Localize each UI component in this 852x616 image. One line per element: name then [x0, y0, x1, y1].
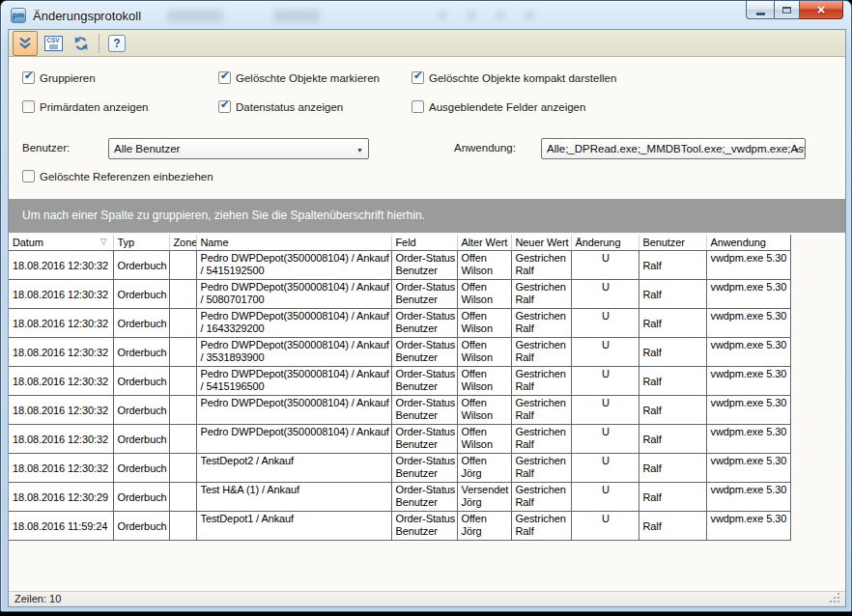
table-row[interactable]: 18.08.2016 12:30:32OrderbuchPedro DWPDep…: [9, 367, 790, 396]
checkbox-label: Gelöschte Objekte kompakt darstellen: [429, 72, 616, 84]
redacted-blur: [439, 11, 446, 19]
checkbox-prim-rdaten-anzeigen[interactable]: Primärdaten anzeigen: [22, 100, 149, 113]
checkbox-ausgeblendete-felder-anzeigen[interactable]: Ausgeblendete Felder anzeigen: [412, 100, 585, 113]
cell-datum: 18.08.2016 11:59:24: [9, 512, 113, 541]
cell-neuer-wert: GestrichenRalf: [511, 338, 571, 367]
column-header-nderung[interactable]: Änderung: [571, 235, 639, 251]
cell-feld: Order-StatusBenutzer: [391, 483, 457, 512]
cell-alter-wert: OffenWilson: [457, 338, 511, 367]
cell-datum: 18.08.2016 12:30:32: [9, 309, 113, 338]
cell-neuer-wert: GestrichenRalf: [511, 483, 571, 512]
double-chevron-down-icon: [18, 37, 32, 49]
cell-alter-wert: OffenWilson: [457, 425, 511, 454]
row-count-label: Zeilen: 10: [14, 593, 61, 604]
changes-table: Datum▽TypZoneNameFeldAlter WertNeuer Wer…: [9, 235, 791, 541]
anwendung-dropdown-value: Alle;_DPRead.exe;_MMDBTool.exe;_vwdpm.ex…: [542, 143, 805, 154]
checkbox-gel-schte-objekte-markieren[interactable]: Gelöschte Objekte markieren: [218, 71, 380, 84]
cell-datum: 18.08.2016 12:30:32: [9, 251, 113, 280]
csv-export-button[interactable]: CSV: [41, 31, 66, 56]
cell-anwendung: vwdpm.exe 5.30: [706, 454, 790, 483]
cell-aenderung: U: [571, 454, 639, 483]
column-header-feld[interactable]: Feld: [391, 235, 457, 251]
table-row[interactable]: 18.08.2016 12:30:29OrderbuchTest H&A (1)…: [9, 483, 790, 512]
cell-aenderung: U: [571, 251, 639, 280]
checkbox-gel-schte-objekte-kompakt-darstellen[interactable]: Gelöschte Objekte kompakt darstellen: [412, 71, 616, 84]
column-header-anwendung[interactable]: Anwendung: [706, 235, 790, 251]
cell-anwendung: vwdpm.exe 5.30: [706, 251, 790, 280]
group-by-bar[interactable]: Um nach einer Spalte zu gruppieren, zieh…: [9, 199, 845, 233]
cell-zone: [169, 251, 196, 280]
app-icon: pm: [11, 8, 26, 23]
checkbox-datenstatus-anzeigen[interactable]: Datenstatus anzeigen: [218, 100, 343, 113]
cell-anwendung: vwdpm.exe 5.30: [706, 483, 790, 512]
cell-name: Pedro DWPDepot(3500008104) / Ankauf/ 164…: [196, 309, 391, 338]
cell-zone: [169, 483, 196, 512]
cell-neuer-wert: GestrichenRalf: [511, 425, 571, 454]
cell-neuer-wert: GestrichenRalf: [511, 454, 571, 483]
expand-options-button[interactable]: [13, 31, 38, 56]
cell-aenderung: U: [571, 512, 639, 541]
cell-name: TestDepot1 / Ankauf: [196, 512, 391, 541]
cell-feld: Order-StatusBenutzer: [391, 425, 457, 454]
table-row[interactable]: 18.08.2016 12:30:32OrderbuchPedro DWPDep…: [9, 251, 790, 280]
cell-feld: Order-StatusBenutzer: [391, 280, 457, 309]
table-row[interactable]: 18.08.2016 12:30:32OrderbuchPedro DWPDep…: [9, 309, 790, 338]
column-header-neuer-wert[interactable]: Neuer Wert: [511, 235, 571, 251]
cell-feld: Order-StatusBenutzer: [391, 454, 457, 483]
cell-zone: [169, 454, 196, 483]
anwendung-dropdown[interactable]: Alle;_DPRead.exe;_MMDBTool.exe;_vwdpm.ex…: [541, 138, 806, 159]
table-row[interactable]: 18.08.2016 12:30:32OrderbuchPedro DWPDep…: [9, 396, 790, 425]
help-button[interactable]: ?: [104, 31, 129, 56]
cell-anwendung: vwdpm.exe 5.30: [706, 425, 790, 454]
window-title: Änderungsprotokoll: [33, 9, 141, 23]
redacted-blur: [273, 10, 320, 22]
close-button[interactable]: ×: [800, 1, 843, 19]
cell-typ: Orderbuch: [113, 454, 169, 483]
sort-descending-icon: ▽: [100, 237, 107, 246]
cell-name: Pedro DWPDepot(3500008104) / Ankauf: [196, 425, 391, 454]
minimize-button[interactable]: [746, 1, 774, 19]
checkbox-label: Gelöschte Referenzen einbeziehen: [40, 171, 213, 182]
maximize-icon: [782, 7, 791, 14]
refresh-button[interactable]: [69, 31, 94, 56]
cell-zone: [169, 338, 196, 367]
table-row[interactable]: 18.08.2016 12:30:32OrderbuchTestDepot2 /…: [9, 454, 790, 483]
table-header-row: Datum▽TypZoneNameFeldAlter WertNeuer Wer…: [9, 235, 790, 251]
checkbox-gruppieren[interactable]: Gruppieren: [22, 71, 96, 84]
column-header-benutzer[interactable]: Benutzer: [639, 235, 706, 251]
window: pm Änderungsprotokoll × CSV: [0, 0, 852, 612]
column-header-name[interactable]: Name: [196, 235, 391, 251]
cell-benutzer: Ralf: [639, 512, 706, 541]
resize-grip-icon[interactable]: [830, 601, 832, 602]
table-row[interactable]: 18.08.2016 12:30:32OrderbuchPedro DWPDep…: [9, 280, 790, 309]
cell-benutzer: Ralf: [639, 483, 706, 512]
table-row[interactable]: 18.08.2016 11:59:24OrderbuchTestDepot1 /…: [9, 512, 790, 541]
cell-feld: Order-StatusBenutzer: [391, 338, 457, 367]
column-header-datum[interactable]: Datum▽: [9, 235, 113, 251]
cell-feld: Order-StatusBenutzer: [391, 512, 457, 541]
checkbox-label: Gruppieren: [40, 72, 96, 84]
checkbox-checked-icon: [412, 71, 424, 84]
column-header-alter-wert[interactable]: Alter Wert: [457, 235, 511, 251]
cell-benutzer: Ralf: [639, 425, 706, 454]
cell-alter-wert: VersendetJörg: [457, 483, 511, 512]
redacted-blur: [167, 10, 223, 22]
checkbox-gel-schte-referenzen-einbeziehen[interactable]: Gelöschte Referenzen einbeziehen: [22, 170, 213, 182]
cell-feld: Order-StatusBenutzer: [391, 396, 457, 425]
table-row[interactable]: 18.08.2016 12:30:32OrderbuchPedro DWPDep…: [9, 338, 790, 367]
maximize-button[interactable]: [774, 1, 800, 19]
toolbar: CSV ?: [9, 30, 845, 57]
titlebar[interactable]: pm Änderungsprotokoll ×: [1, 1, 851, 30]
column-header-zone[interactable]: Zone: [169, 235, 196, 251]
cell-typ: Orderbuch: [113, 280, 169, 309]
cell-feld: Order-StatusBenutzer: [391, 309, 457, 338]
column-header-typ[interactable]: Typ: [113, 235, 169, 251]
table-row[interactable]: 18.08.2016 12:30:32OrderbuchPedro DWPDep…: [9, 425, 790, 454]
cell-benutzer: Ralf: [639, 338, 706, 367]
cell-zone: [169, 309, 196, 338]
cell-benutzer: Ralf: [639, 396, 706, 425]
cell-typ: Orderbuch: [113, 367, 169, 396]
benutzer-dropdown[interactable]: Alle Benutzer ▼: [108, 138, 369, 159]
cell-name: Pedro DWPDepot(3500008104) / Ankauf/ 508…: [196, 280, 391, 309]
cell-typ: Orderbuch: [113, 338, 169, 367]
